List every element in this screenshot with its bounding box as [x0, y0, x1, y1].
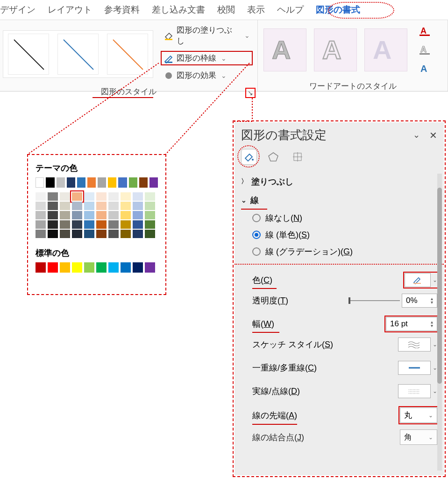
wordart-style-3[interactable]: A: [364, 28, 407, 71]
color-swatch[interactable]: [96, 230, 107, 238]
color-swatch[interactable]: [46, 177, 54, 188]
color-swatch[interactable]: [84, 202, 94, 210]
sketch-picker[interactable]: ⌄: [398, 337, 437, 351]
color-swatch[interactable]: [121, 220, 131, 229]
color-swatch[interactable]: [149, 177, 158, 188]
color-swatch[interactable]: [133, 220, 143, 229]
color-swatch[interactable]: [60, 211, 70, 219]
color-picker-button[interactable]: ⌄: [405, 273, 437, 287]
color-swatch[interactable]: [36, 211, 46, 219]
color-swatch[interactable]: [57, 177, 65, 188]
color-swatch[interactable]: [36, 202, 46, 210]
color-swatch[interactable]: [36, 262, 46, 273]
color-swatch[interactable]: [121, 262, 131, 273]
color-swatch[interactable]: [77, 177, 85, 188]
color-swatch[interactable]: [72, 211, 82, 219]
color-swatch[interactable]: [145, 202, 155, 210]
color-swatch[interactable]: [72, 262, 82, 273]
color-swatch[interactable]: [48, 192, 58, 201]
color-swatch[interactable]: [48, 262, 58, 273]
color-swatch[interactable]: [84, 220, 94, 229]
color-swatch[interactable]: [133, 230, 143, 238]
shape-effects-menu[interactable]: 図形の効果 ⌄: [161, 68, 253, 83]
dash-picker[interactable]: ⌄: [398, 384, 437, 398]
shape-outline-menu[interactable]: 図形の枠線 ⌄: [161, 51, 253, 65]
color-swatch[interactable]: [36, 230, 46, 238]
color-swatch[interactable]: [48, 230, 58, 238]
color-swatch[interactable]: [129, 177, 137, 188]
color-swatch[interactable]: [96, 211, 107, 219]
tab-layout[interactable]: レイアウト: [48, 4, 92, 16]
color-swatch[interactable]: [145, 192, 155, 201]
color-swatch[interactable]: [84, 211, 94, 219]
color-swatch[interactable]: [145, 262, 155, 273]
pane-tab-effects[interactable]: [265, 149, 281, 165]
color-swatch[interactable]: [72, 220, 82, 229]
compound-picker[interactable]: ⌄: [398, 361, 437, 375]
wordart-style-1[interactable]: A: [263, 28, 306, 71]
color-swatch[interactable]: [84, 262, 94, 273]
color-swatch[interactable]: [48, 211, 58, 219]
color-swatch[interactable]: [72, 192, 82, 201]
color-swatch[interactable]: [108, 230, 119, 238]
color-swatch[interactable]: [60, 192, 70, 201]
tab-help[interactable]: ヘルプ: [277, 4, 304, 16]
scrollbar-thumb[interactable]: [437, 188, 442, 384]
wordart-style-2[interactable]: A: [314, 28, 357, 71]
color-swatch[interactable]: [133, 211, 143, 219]
text-effects-menu[interactable]: A: [416, 61, 434, 76]
tab-shape-format[interactable]: 図形の書式: [316, 4, 360, 16]
color-swatch[interactable]: [121, 230, 131, 238]
tab-references[interactable]: 参考資料: [104, 4, 140, 16]
color-swatch[interactable]: [60, 220, 70, 229]
color-swatch[interactable]: [48, 202, 58, 210]
color-swatch[interactable]: [108, 192, 119, 201]
text-fill-menu[interactable]: A: [416, 24, 434, 39]
color-swatch[interactable]: [98, 177, 106, 188]
color-swatch[interactable]: [145, 230, 155, 238]
color-swatch[interactable]: [60, 262, 70, 273]
color-swatch[interactable]: [72, 202, 82, 210]
color-swatch[interactable]: [67, 177, 75, 188]
color-swatch[interactable]: [139, 177, 148, 188]
pane-close-button[interactable]: ✕: [429, 130, 437, 141]
color-swatch[interactable]: [108, 211, 119, 219]
section-line[interactable]: ⌄ 線: [241, 191, 437, 210]
color-swatch[interactable]: [36, 192, 46, 201]
color-swatch[interactable]: [118, 177, 127, 188]
shape-gallery[interactable]: [3, 30, 153, 78]
color-swatch[interactable]: [60, 202, 70, 210]
color-swatch[interactable]: [36, 177, 44, 188]
shape-fill-menu[interactable]: 図形の塗りつぶし ⌄: [161, 23, 253, 48]
color-swatch[interactable]: [145, 211, 155, 219]
color-swatch[interactable]: [121, 202, 131, 210]
cap-select[interactable]: 丸 ⌄: [400, 408, 437, 423]
line-style-orange[interactable]: [107, 34, 148, 75]
color-swatch[interactable]: [121, 211, 131, 219]
transparency-input[interactable]: 0% ▴▾: [402, 294, 437, 308]
color-swatch[interactable]: [72, 230, 82, 238]
tab-review[interactable]: 校閲: [217, 4, 235, 16]
color-swatch[interactable]: [96, 192, 107, 201]
width-input[interactable]: 16 pt ▴▾: [386, 317, 437, 331]
color-swatch[interactable]: [108, 202, 119, 210]
color-swatch[interactable]: [48, 220, 58, 229]
pane-tab-size[interactable]: [290, 149, 306, 165]
color-swatch[interactable]: [145, 220, 155, 229]
color-swatch[interactable]: [121, 192, 131, 201]
color-swatch[interactable]: [108, 220, 119, 229]
radio-no-line[interactable]: 線なし(N): [241, 210, 437, 226]
text-outline-menu[interactable]: A: [416, 42, 434, 57]
color-swatch[interactable]: [108, 177, 116, 188]
tab-view[interactable]: 表示: [247, 4, 265, 16]
line-style-black[interactable]: [8, 34, 49, 75]
tab-mailings[interactable]: 差し込み文書: [152, 4, 205, 16]
color-swatch[interactable]: [84, 192, 94, 201]
color-swatch[interactable]: [36, 220, 46, 229]
color-swatch[interactable]: [96, 220, 107, 229]
color-swatch[interactable]: [108, 262, 119, 273]
pane-tab-fill-line[interactable]: [241, 149, 257, 165]
color-swatch[interactable]: [133, 202, 143, 210]
join-select[interactable]: 角 ⌄: [400, 429, 437, 445]
radio-gradient-line[interactable]: 線 (グラデーション)(G): [241, 243, 437, 260]
